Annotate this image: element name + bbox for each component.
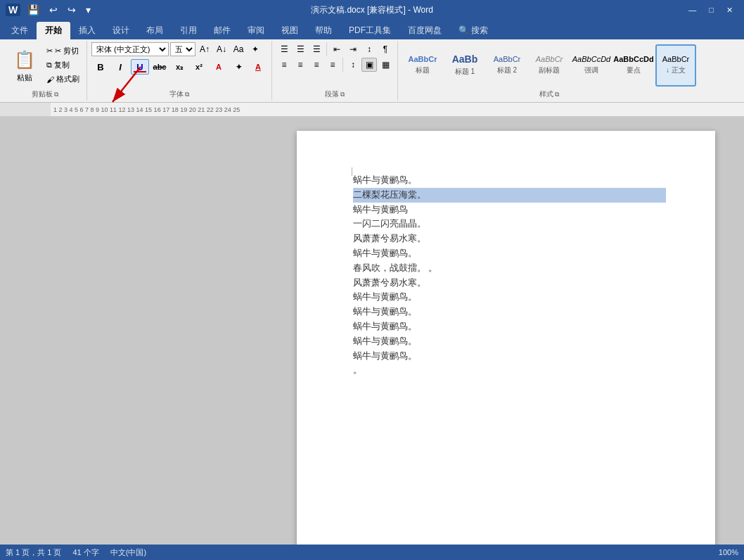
para-row-2: ≡ ≡ ≡ ≡ ↕ ▣ ▦ (276, 58, 393, 72)
doc-line-5[interactable]: 蜗牛与黄鹂鸟。 (353, 246, 666, 261)
doc-line-1[interactable]: 二棵梨花压海棠。 (353, 188, 666, 203)
justify-button[interactable]: ≡ (325, 58, 340, 72)
sort-button[interactable]: ↕ (361, 42, 377, 56)
status-bar: 第 1 页，共 1 页 41 个字 中文(中国) 100% (0, 545, 744, 560)
paragraph-group-label: 段落 (325, 89, 339, 99)
undo-button[interactable]: ↩ (46, 3, 60, 17)
style-heading[interactable]: AaBbCr 标题 (402, 44, 443, 87)
tab-insert[interactable]: 插入 (70, 22, 104, 39)
shading-button[interactable]: ▣ (361, 58, 377, 72)
font-color-button[interactable]: A (249, 59, 267, 75)
doc-line-12[interactable]: 蜗牛与黄鹂鸟。 (353, 349, 666, 364)
word-icon: W (6, 4, 20, 16)
superscript-button[interactable]: x² (190, 59, 208, 75)
style-strong[interactable]: AaBbCcDd 要点 (613, 44, 654, 87)
paste-button[interactable]: 📋 粘贴 (7, 44, 42, 87)
tab-review[interactable]: 审阅 (239, 22, 273, 39)
doc-line-2[interactable]: 蜗牛与黄鹂鸟 (353, 203, 666, 217)
align-center-button[interactable]: ≡ (293, 58, 308, 72)
left-panel (0, 117, 274, 545)
clear-format-button[interactable]: ✦ (248, 42, 263, 56)
page-cursor (352, 167, 352, 176)
format-painter-button[interactable]: 🖌 格式刷 (44, 73, 82, 86)
ruler: 1 2 3 4 5 6 7 8 9 10 11 12 13 14 15 16 1… (0, 103, 744, 117)
doc-line-7[interactable]: 风萧萧兮易水寒。 (353, 276, 666, 291)
tab-home[interactable]: 开始 (37, 22, 70, 39)
cut-button[interactable]: ✂ ✂ 剪切 (44, 45, 82, 58)
shrink-font-button[interactable]: A↓ (214, 42, 229, 56)
numbering-button[interactable]: ☰ (293, 42, 308, 56)
paragraph-expand-icon[interactable]: ⧉ (340, 91, 345, 98)
doc-line-13[interactable]: 。 (353, 363, 666, 378)
doc-line-6[interactable]: 春风吹，战鼓擂。 。 (353, 261, 666, 276)
bullets-button[interactable]: ☰ (276, 42, 292, 56)
ruler-main: 1 2 3 4 5 6 7 8 9 10 11 12 13 14 15 16 1… (51, 103, 744, 116)
close-button[interactable]: ✕ (721, 4, 738, 16)
strikethrough-button[interactable]: abc (150, 59, 169, 75)
format-painter-icon: 🖌 (46, 75, 54, 84)
clipboard-group: 📋 粘贴 ✂ ✂ 剪切 ⧉ 复制 🖌 格式刷 剪贴板 ⧉ (3, 41, 87, 101)
ruler-left-margin (0, 103, 51, 116)
ribbon-tabs: 文件 开始 插入 设计 布局 引用 邮件 审阅 视图 帮助 PDF工具集 百度网… (0, 20, 744, 39)
multilevel-list-button[interactable]: ☰ (309, 42, 324, 56)
style-heading1[interactable]: AaBb 标题 1 (444, 44, 485, 87)
subscript-button[interactable]: x₂ (170, 59, 188, 75)
tab-baidu[interactable]: 百度网盘 (399, 22, 450, 39)
tab-file[interactable]: 文件 (3, 22, 37, 39)
quick-access-toolbar: W 💾 ↩ ↪ ▾ (6, 3, 94, 17)
doc-line-11[interactable]: 蜗牛与黄鹂鸟。 (353, 334, 666, 349)
underline-button[interactable]: U (131, 59, 149, 75)
clipboard-expand-icon[interactable]: ⧉ (54, 91, 58, 98)
tab-search[interactable]: 🔍 搜索 (450, 22, 496, 39)
font-expand-icon[interactable]: ⧉ (185, 91, 189, 98)
tab-view[interactable]: 视图 (273, 22, 307, 39)
page-count: 第 1 页，共 1 页 (6, 547, 61, 558)
tab-mailings[interactable]: 邮件 (205, 22, 239, 39)
text-effects-button[interactable]: A (210, 59, 228, 75)
line-spacing-button[interactable]: ↕ (345, 58, 361, 72)
borders-button[interactable]: ▦ (378, 58, 393, 72)
doc-line-3[interactable]: 一闪二闪亮晶晶。 (353, 217, 666, 231)
para-row-1: ☰ ☰ ☰ ⇤ ⇥ ↕ ¶ (276, 42, 393, 56)
style-normal[interactable]: AaBbCr ↓ 正文 (655, 44, 696, 87)
style-heading2[interactable]: AaBbCr 标题 2 (487, 44, 527, 87)
document-scroll[interactable]: 蜗牛与黄鹂鸟。二棵梨花压海棠。蜗牛与黄鹂鸟一闪二闪亮晶晶。风萧萧兮易水寒。蜗牛与… (274, 117, 744, 545)
zoom-level: 100% (719, 548, 738, 556)
font-size-selector[interactable]: 五号 10 12 (170, 42, 195, 56)
increase-indent-button[interactable]: ⇥ (345, 42, 361, 56)
copy-button[interactable]: ⧉ 复制 (44, 59, 82, 72)
minimize-button[interactable]: — (683, 4, 702, 15)
doc-line-9[interactable]: 蜗牛与黄鹂鸟。 (353, 305, 666, 319)
bold-button[interactable]: B (91, 59, 110, 75)
show-marks-button[interactable]: ¶ (378, 42, 393, 56)
align-left-button[interactable]: ≡ (276, 58, 292, 72)
doc-line-0[interactable]: 蜗牛与黄鹂鸟。 (353, 173, 666, 188)
tab-layout[interactable]: 布局 (138, 22, 172, 39)
tab-references[interactable]: 引用 (172, 22, 205, 39)
paste-icon: 📋 (13, 47, 36, 72)
italic-button[interactable]: I (111, 59, 129, 75)
decrease-indent-button[interactable]: ⇤ (329, 42, 345, 56)
style-emphasis[interactable]: AaBbCcDd 强调 (571, 44, 612, 87)
doc-line-10[interactable]: 蜗牛与黄鹂鸟。 (353, 319, 666, 334)
font-format-row: B I U abc x₂ x² A ✦ A (91, 59, 267, 75)
restore-button[interactable]: □ (703, 4, 719, 15)
style-subtitle[interactable]: AaBbCr 副标题 (529, 44, 570, 87)
tab-design[interactable]: 设计 (104, 22, 138, 39)
font-name-selector[interactable]: 宋体 (中文正文) (91, 42, 169, 56)
tab-help[interactable]: 帮助 (307, 22, 340, 39)
doc-line-8[interactable]: 蜗牛与黄鹂鸟。 (353, 290, 666, 305)
change-case-button[interactable]: Aa (231, 42, 246, 56)
quick-access-dropdown[interactable]: ▾ (83, 3, 94, 17)
document-title: 演示文稿.docx [兼容模式] - Word (311, 4, 433, 16)
redo-button[interactable]: ↪ (65, 3, 79, 17)
styles-expand-icon[interactable]: ⧉ (555, 91, 559, 98)
font-name-row: 宋体 (中文正文) 五号 10 12 A↑ A↓ Aa ✦ (91, 42, 263, 56)
grow-font-button[interactable]: A↑ (197, 42, 212, 56)
align-right-button[interactable]: ≡ (309, 58, 324, 72)
doc-line-4[interactable]: 风萧萧兮易水寒。 (353, 231, 666, 246)
save-button[interactable]: 💾 (25, 3, 42, 17)
word-count: 41 个字 (72, 547, 98, 558)
tab-pdf[interactable]: PDF工具集 (340, 22, 399, 39)
highlight-button[interactable]: ✦ (229, 59, 248, 75)
